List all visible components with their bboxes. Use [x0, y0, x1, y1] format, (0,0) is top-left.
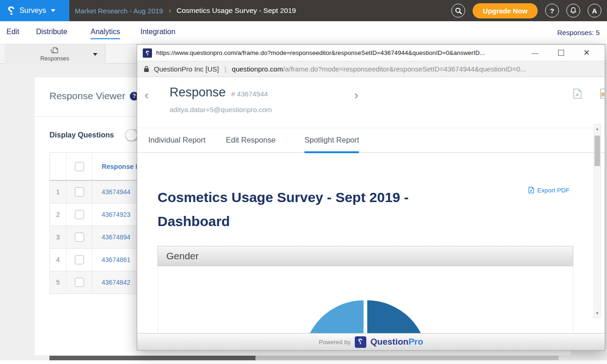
- questionpro-logo-icon: ?: [355, 336, 366, 348]
- responses-icon: [50, 47, 60, 55]
- respondent-email: aditya.datar+5@questionpro.com: [170, 106, 272, 113]
- row-checkbox[interactable]: [75, 233, 84, 242]
- questionpro-logo-icon: ?: [7, 5, 15, 17]
- pie-segment-left: [304, 300, 364, 334]
- export-pdf-label: Export PDF: [537, 187, 570, 194]
- nav-item-distribute[interactable]: Distribute: [36, 28, 67, 36]
- display-questions-row: Display Questions: [49, 129, 148, 141]
- row-checkbox[interactable]: [75, 255, 84, 264]
- xls-icon: x: [599, 88, 605, 99]
- response-header: Response # 43674944: [170, 85, 268, 100]
- page-bottom-strip: [0, 360, 607, 364]
- breadcrumb: Market Research - Aug 2019 › Cosmetics U…: [75, 0, 296, 21]
- tab-edit-response[interactable]: Edit Response: [226, 136, 275, 144]
- pie-segment-right: [367, 300, 427, 334]
- breadcrumb-folder[interactable]: Market Research - Aug 2019: [75, 7, 163, 15]
- popup-addressbar[interactable]: QuestionPro Inc [US] | questionpro.com /…: [137, 61, 605, 77]
- nav-item-edit[interactable]: Edit: [6, 28, 19, 36]
- search-button[interactable]: [451, 4, 465, 18]
- page-title: Response Viewer ?: [49, 90, 139, 101]
- popup-content: ‹ Response # 43674944 › aditya.datar+5@q…: [137, 77, 605, 350]
- breadcrumb-separator-icon: ›: [169, 6, 171, 15]
- responses-dropdown-button[interactable]: Responses: [5, 44, 105, 64]
- vertical-scrollbar-thumb[interactable]: [595, 136, 600, 166]
- download-pdf-button[interactable]: [572, 88, 583, 101]
- vertical-scrollbar[interactable]: ▲ ▼: [594, 124, 601, 318]
- row-checkbox[interactable]: [75, 278, 84, 287]
- breadcrumb-survey: Cosmetics Usage Survey - Sept 2019: [176, 6, 296, 15]
- security-separator: |: [225, 65, 226, 73]
- address-domain: questionpro.com: [232, 65, 283, 73]
- response-id-label: # 43674944: [231, 90, 268, 98]
- search-icon: [455, 7, 462, 14]
- questionpro-favicon: ?: [143, 48, 152, 58]
- powered-by-footer: Powered by ? QuestionPro: [137, 333, 605, 350]
- viewer-title-text: Response Viewer: [49, 90, 125, 101]
- minimize-button[interactable]: —: [532, 49, 539, 57]
- response-id-header: Response ID: [102, 163, 142, 170]
- survey-nav: Edit Distribute Analytics Integration Re…: [0, 21, 607, 44]
- display-questions-label: Display Questions: [49, 131, 114, 139]
- nav-item-integration[interactable]: Integration: [140, 28, 176, 36]
- gender-section: Gender: [158, 246, 573, 334]
- nav-item-analytics[interactable]: Analytics: [91, 28, 120, 39]
- tab-spotlight-report[interactable]: Spotlight Report: [304, 136, 359, 153]
- questionpro-wordmark: QuestionPro: [370, 337, 423, 347]
- surveys-menu[interactable]: ? Surveys: [0, 0, 69, 21]
- address-path: /a/frame.do?mode=responseeditor&response…: [283, 65, 526, 73]
- select-all-checkbox[interactable]: [75, 162, 84, 171]
- pdf-icon: [572, 88, 583, 99]
- next-response-button[interactable]: ›: [354, 89, 358, 101]
- row-checkbox[interactable]: [75, 187, 84, 197]
- lock-icon: [144, 66, 149, 72]
- response-title: Response: [170, 85, 226, 100]
- notifications-button[interactable]: [566, 4, 580, 18]
- chevron-down-icon: [93, 53, 97, 56]
- horizontal-scrollbar-track[interactable]: [255, 356, 558, 360]
- security-org: QuestionPro Inc [US]: [154, 65, 219, 73]
- export-pdf-icon: [528, 186, 534, 194]
- close-button[interactable]: ✕: [583, 48, 590, 58]
- popup-titlebar[interactable]: ? https://www.questionpro.com/a/frame.do…: [137, 45, 605, 61]
- scroll-down-arrow-icon[interactable]: ▼: [595, 310, 600, 316]
- dashboard-title: Cosmetics Usage Survey - Sept 2019 - Das…: [158, 185, 458, 233]
- gender-section-header: Gender: [158, 246, 573, 266]
- upgrade-now-button[interactable]: Upgrade Now: [473, 3, 538, 18]
- bell-icon: [570, 7, 577, 14]
- tab-individual-report[interactable]: Individual Report: [148, 136, 206, 144]
- avatar[interactable]: A: [588, 4, 601, 18]
- export-pdf-link[interactable]: Export PDF: [528, 186, 570, 194]
- horizontal-scrollbar-thumb[interactable]: [49, 356, 255, 360]
- chevron-down-icon: [51, 9, 55, 12]
- download-xls-button[interactable]: x: [599, 88, 605, 101]
- gender-pie-chart: [304, 300, 427, 334]
- header-actions: Upgrade Now ? A: [451, 4, 601, 18]
- popup-url: https://www.questionpro.com/a/frame.do?m…: [156, 49, 521, 56]
- toggle-knob: [126, 130, 137, 141]
- top-header: ? Surveys Market Research - Aug 2019 › C…: [0, 0, 607, 21]
- response-editor-popup: ? https://www.questionpro.com/a/frame.do…: [137, 44, 605, 351]
- product-label: Surveys: [19, 6, 46, 15]
- svg-text:x: x: [602, 93, 604, 96]
- window-controls: — ✕: [532, 48, 599, 58]
- gender-chart-area: [158, 266, 573, 334]
- previous-response-button[interactable]: ‹: [145, 89, 149, 101]
- spotlight-report: Cosmetics Usage Survey - Sept 2019 - Das…: [137, 153, 605, 350]
- maximize-button[interactable]: [558, 50, 564, 56]
- help-button[interactable]: ?: [545, 4, 559, 18]
- responses-button-label: Responses: [40, 55, 69, 62]
- powered-by-label: Powered by: [319, 339, 351, 346]
- responses-count: Responses: 5: [557, 29, 600, 36]
- report-tabs: Individual Report Edit Response Spotligh…: [137, 128, 605, 153]
- row-checkbox[interactable]: [75, 210, 84, 219]
- scroll-up-arrow-icon[interactable]: ▲: [595, 125, 600, 132]
